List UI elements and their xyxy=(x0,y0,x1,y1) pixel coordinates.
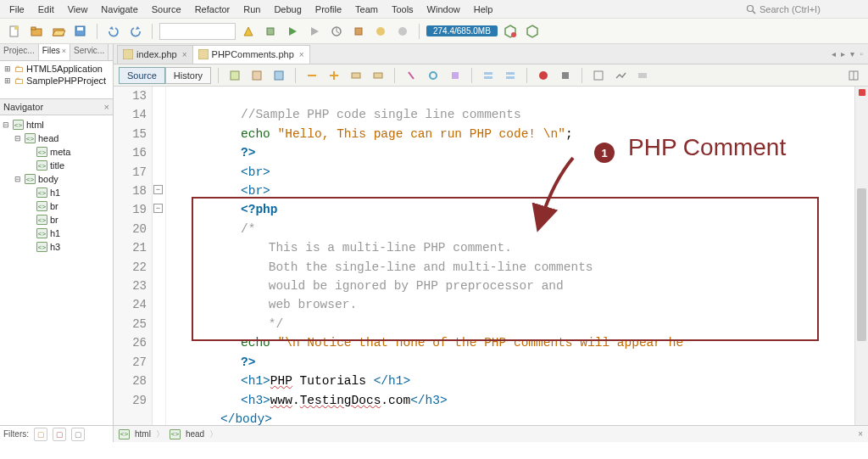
nav-node-br[interactable]: <>br xyxy=(2,199,111,213)
menu-file[interactable]: File xyxy=(3,3,31,16)
open-button[interactable] xyxy=(49,22,68,41)
history-view-button[interactable]: History xyxy=(165,67,211,84)
close-icon[interactable]: × xyxy=(858,429,863,439)
nav-node-body[interactable]: ⊟<>body xyxy=(2,172,111,186)
navigator-title: Navigator xyxy=(3,102,43,112)
editor-tool-button[interactable] xyxy=(369,66,387,85)
tab-list-icon[interactable]: ▾ xyxy=(850,49,854,59)
tab-services[interactable]: Servic... xyxy=(70,44,108,60)
close-icon[interactable]: × xyxy=(299,50,304,59)
nav-node-h3[interactable]: <>h3 xyxy=(2,240,111,254)
menu-navigate[interactable]: Navigate xyxy=(95,3,143,16)
editor-tool-button[interactable] xyxy=(479,66,498,85)
fold-toggle-icon[interactable]: − xyxy=(153,204,163,213)
menu-profile[interactable]: Profile xyxy=(309,3,348,16)
close-icon[interactable]: × xyxy=(62,47,66,55)
toolbar-btn-extra1[interactable] xyxy=(371,22,390,41)
breadcrumb-item[interactable]: head xyxy=(186,429,204,439)
editor-tool-button[interactable] xyxy=(589,66,608,85)
editor-tool-button[interactable] xyxy=(446,66,465,85)
main-toolbar: 274.4/685.0MB xyxy=(0,19,868,44)
menu-refactor[interactable]: Refactor xyxy=(189,3,236,16)
svg-rect-27 xyxy=(253,71,261,80)
expand-icon[interactable]: ⊞ xyxy=(3,76,12,85)
project-item[interactable]: ⊞ 🗀 SamplePHPProject xyxy=(2,75,111,87)
vertical-scrollbar[interactable] xyxy=(854,87,868,425)
debug-button[interactable] xyxy=(305,22,324,41)
toolbar-hex-icon-2[interactable] xyxy=(523,22,542,41)
menu-run[interactable]: Run xyxy=(237,3,266,16)
svg-rect-9 xyxy=(77,27,83,31)
toolbar-btn-extra2[interactable] xyxy=(393,22,412,41)
editor-tool-button[interactable] xyxy=(270,66,288,85)
editor-tool-button[interactable] xyxy=(248,66,266,85)
editor-tab-index[interactable]: index.php × xyxy=(117,45,193,64)
svg-rect-5 xyxy=(31,27,36,30)
save-all-button[interactable] xyxy=(71,22,90,41)
editor-body: 13 14 15 16 17 18 19 20 21 22 23 24 25 2… xyxy=(114,87,868,425)
editor-tool-button[interactable] xyxy=(501,66,520,85)
project-item[interactable]: ⊞ 🗀 HTML5Application xyxy=(2,63,111,75)
code-area[interactable]: //Sample PHP code single line comments e… xyxy=(166,87,854,425)
run-button[interactable] xyxy=(283,22,302,41)
filter-button[interactable]: ▢ xyxy=(71,428,85,441)
build-button[interactable] xyxy=(239,22,258,41)
undo-button[interactable] xyxy=(104,22,123,41)
breadcrumb-item[interactable]: html xyxy=(135,429,151,439)
attach-debugger-button[interactable] xyxy=(349,22,368,41)
nav-node-head[interactable]: ⊟<>head xyxy=(2,132,111,145)
filter-button[interactable]: ▢ xyxy=(34,428,47,441)
new-file-button[interactable] xyxy=(5,22,24,41)
toolbar-hex-icon-1[interactable] xyxy=(501,22,520,41)
svg-rect-12 xyxy=(267,28,274,35)
tab-scroll-right-icon[interactable]: ▸ xyxy=(841,49,845,59)
menu-window[interactable]: Window xyxy=(421,3,466,16)
profile-button[interactable] xyxy=(327,22,346,41)
close-icon[interactable]: × xyxy=(104,102,109,112)
record-macro-button[interactable] xyxy=(534,66,553,85)
search-placeholder: Search (Ctrl+I) xyxy=(760,4,821,14)
global-search[interactable]: Search (Ctrl+I) xyxy=(746,4,865,14)
maximize-icon[interactable]: ▫ xyxy=(860,49,863,59)
split-editor-button[interactable] xyxy=(844,66,863,85)
redo-button[interactable] xyxy=(126,22,145,41)
editor-tool-button[interactable] xyxy=(325,66,343,85)
menu-tools[interactable]: Tools xyxy=(386,3,420,16)
editor-tool-button[interactable] xyxy=(611,66,630,85)
stop-macro-button[interactable] xyxy=(556,66,575,85)
close-icon[interactable]: × xyxy=(182,50,187,59)
editor-tool-button[interactable] xyxy=(347,66,365,85)
editor-tool-button[interactable] xyxy=(225,66,244,85)
nav-node-html[interactable]: ⊟<>html xyxy=(2,118,111,132)
expand-icon[interactable]: ⊞ xyxy=(3,64,12,73)
menu-team[interactable]: Team xyxy=(349,3,384,16)
editor-tool-button[interactable] xyxy=(402,66,420,85)
fold-toggle-icon[interactable]: − xyxy=(153,185,163,194)
source-view-button[interactable]: Source xyxy=(119,67,165,84)
editor-tool-button[interactable] xyxy=(303,66,321,85)
memory-indicator[interactable]: 274.4/685.0MB xyxy=(426,25,498,36)
nav-node-br[interactable]: <>br xyxy=(2,213,111,227)
menu-help[interactable]: Help xyxy=(468,3,499,16)
nav-node-title[interactable]: <>title xyxy=(2,159,111,172)
menu-edit[interactable]: Edit xyxy=(32,3,60,16)
tab-projects[interactable]: Projec... xyxy=(0,44,39,60)
nav-node-h1[interactable]: <>h1 xyxy=(2,227,111,240)
menu-debug[interactable]: Debug xyxy=(268,3,307,16)
nav-node-meta[interactable]: <>meta xyxy=(2,145,111,159)
tab-files[interactable]: Files× xyxy=(39,44,70,60)
nav-node-h1[interactable]: <>h1 xyxy=(2,186,111,199)
clean-build-button[interactable] xyxy=(261,22,280,41)
menu-source[interactable]: Source xyxy=(146,3,187,16)
editor-tool-button[interactable] xyxy=(424,66,442,85)
filter-button[interactable]: ▢ xyxy=(53,428,66,441)
editor-tool-button[interactable] xyxy=(633,66,652,85)
tab-scroll-left-icon[interactable]: ◂ xyxy=(832,49,836,59)
menu-view[interactable]: View xyxy=(62,3,94,16)
editor-tab-phpcomments[interactable]: PHPComments.php × xyxy=(192,45,310,64)
scrollbar-thumb[interactable] xyxy=(857,188,866,341)
config-dropdown[interactable] xyxy=(159,23,236,40)
new-project-button[interactable] xyxy=(27,22,46,41)
svg-rect-24 xyxy=(123,49,133,59)
svg-point-22 xyxy=(511,32,516,37)
